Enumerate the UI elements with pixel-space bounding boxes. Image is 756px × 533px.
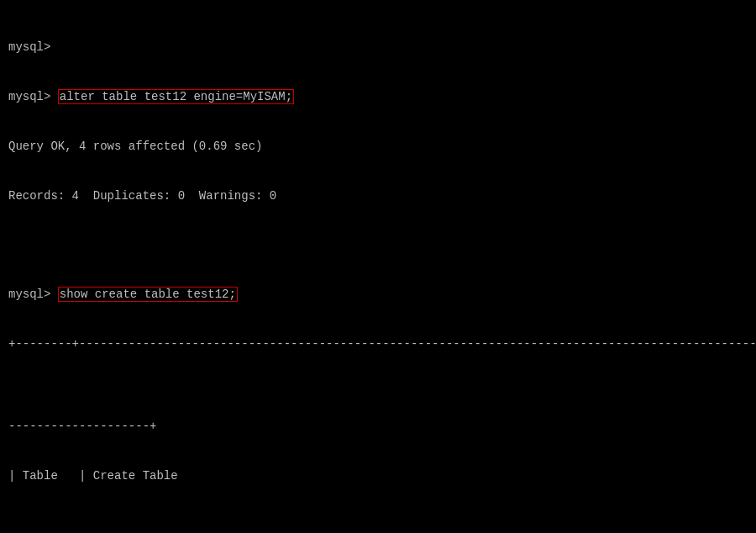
prompt-label: mysql> xyxy=(8,90,58,103)
line-records: Records: 4 Duplicates: 0 Warnings: 0 xyxy=(8,188,748,205)
prompt-label2: mysql> xyxy=(8,288,58,301)
prompt-text: mysql> xyxy=(8,40,50,54)
line-query-ok: Query OK, 4 rows affected (0.69 sec) xyxy=(8,139,748,156)
show-command: show create table test12; xyxy=(58,287,238,302)
terminal-output: mysql> mysql> alter table test12 engine=… xyxy=(8,7,748,533)
line-blank1 xyxy=(8,237,748,254)
alter-command: alter table test12 engine=MyISAM; xyxy=(58,89,294,104)
line-alter-cmd: mysql> alter table test12 engine=MyISAM; xyxy=(8,89,748,106)
line-sep1: +--------+------------------------------… xyxy=(8,336,748,353)
line-sep3: --------------------+ xyxy=(8,419,748,435)
line-table-header: | Table | Create Table xyxy=(8,468,748,485)
line-blank2 xyxy=(8,517,748,533)
line-mysql-prompt: mysql> xyxy=(8,40,748,56)
line-show-cmd: mysql> show create table test12; xyxy=(8,287,748,303)
